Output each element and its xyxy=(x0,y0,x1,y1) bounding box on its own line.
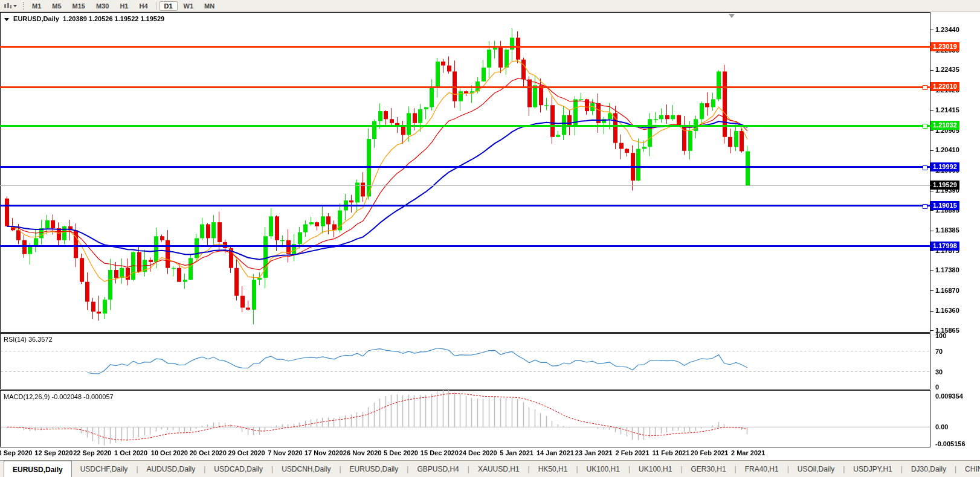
chart-title: EURUSD,Daily 1.20389 1.20526 1.19522 1.1… xyxy=(4,15,164,22)
collapse-caret-icon[interactable] xyxy=(4,18,9,21)
hline-price-label: 1.17998 xyxy=(930,242,959,251)
tab-usdchf-daily[interactable]: USDCHF,Daily xyxy=(72,461,137,477)
price-axis-tick-label: 1.23440 xyxy=(935,26,959,33)
macd-indicator-label: MACD(12,26,9) -0.002048 -0.000057 xyxy=(4,393,114,400)
price-axis-tick xyxy=(930,110,933,111)
chart-shift-marker[interactable] xyxy=(729,14,735,18)
price-axis-tick xyxy=(930,30,933,30)
price-axis-tick xyxy=(930,271,933,271)
time-axis-label: 12 Sep 2020 xyxy=(34,449,73,456)
macd-axis-label: -0.005156 xyxy=(935,440,965,447)
time-axis-label: 2 Feb 2021 xyxy=(615,449,649,456)
price-axis-tick-label: 1.21415 xyxy=(935,106,959,114)
price-axis-tick-label: 1.18385 xyxy=(935,226,959,234)
horizontal-level-line[interactable] xyxy=(0,86,930,88)
tab-usdcad-daily[interactable]: USDCAD,Daily xyxy=(205,461,271,477)
tab-uk100-h1[interactable]: UK100,H1 xyxy=(630,461,680,477)
horizontal-level-line[interactable] xyxy=(0,166,930,168)
tab-eurusd-daily[interactable]: EURUSD,Daily xyxy=(341,461,407,477)
tab-hk50-h1[interactable]: HK50,H1 xyxy=(530,461,576,477)
price-axis-tick-label: 1.22435 xyxy=(935,66,959,73)
time-axis-label: 3 Sep 2020 xyxy=(0,449,32,456)
tab-uk100-h1[interactable]: UK100,H1 xyxy=(578,461,628,477)
hline-handle[interactable] xyxy=(923,124,927,129)
rsi-axis-label: 100 xyxy=(935,332,946,339)
chart-symbol-label: EURUSD,Daily xyxy=(13,15,59,22)
tab-eurusd-daily[interactable]: EURUSD,Daily xyxy=(4,461,72,477)
hline-handle[interactable] xyxy=(923,204,927,209)
macd-axis-label: 0.009354 xyxy=(935,392,963,400)
tab-china300-h1[interactable]: CHINA300,H1 xyxy=(956,461,980,477)
chart-canvas[interactable] xyxy=(0,0,980,477)
time-axis-label: 5 Dec 2020 xyxy=(384,449,418,456)
tab-dj30-daily[interactable]: DJ30,Daily xyxy=(903,461,955,477)
tab-audusd-daily[interactable]: AUDUSD,Daily xyxy=(138,461,204,477)
hline-handle[interactable] xyxy=(923,85,927,90)
price-axis-tick xyxy=(930,210,933,211)
tab-usdjpy-h1[interactable]: USDJPY,H1 xyxy=(845,461,900,477)
horizontal-level-line[interactable] xyxy=(0,46,930,48)
price-axis-tick xyxy=(930,290,933,291)
price-axis-tick xyxy=(930,311,933,312)
time-axis-label: 10 Oct 2020 xyxy=(151,449,188,456)
rsi-indicator-label: RSI(14) 36.3572 xyxy=(4,336,53,343)
time-axis-label: 29 Oct 2020 xyxy=(228,449,265,456)
price-axis-tick-label: 1.16870 xyxy=(935,287,959,294)
time-axis-label: 26 Nov 2020 xyxy=(343,449,382,456)
time-axis-label: 5 Jan 2021 xyxy=(500,449,534,456)
price-axis-tick xyxy=(930,191,933,191)
tab-ger30-h1[interactable]: GER30,H1 xyxy=(683,461,735,477)
price-axis-tick-label: 1.17380 xyxy=(935,266,959,274)
time-axis-label: 1 Oct 2020 xyxy=(114,449,147,456)
tab-xauusd-h1[interactable]: XAUUSD,H1 xyxy=(469,461,528,477)
tab-gbpusd-h4[interactable]: GBPUSD,H4 xyxy=(408,461,467,477)
chart-ohlc-values: 1.20389 1.20526 1.19522 1.19529 xyxy=(63,15,164,22)
current-price-line xyxy=(0,185,930,186)
tab-fra40-h1[interactable]: FRA40,H1 xyxy=(737,461,787,477)
price-axis-tick xyxy=(930,150,933,151)
tab-usoil-daily[interactable]: USOil,Daily xyxy=(789,461,843,477)
time-axis-label: 17 Nov 2020 xyxy=(305,449,343,456)
time-axis-label: 20 Oct 2020 xyxy=(190,449,227,456)
current-price-label: 1.19529 xyxy=(930,181,959,190)
hline-handle[interactable] xyxy=(923,165,927,170)
tab-usdcnh-daily[interactable]: USDCNH,Daily xyxy=(273,461,339,477)
rsi-axis-label: 0 xyxy=(935,383,939,391)
price-axis-tick xyxy=(930,70,933,71)
horizontal-level-line[interactable] xyxy=(0,205,930,206)
time-axis-label: 11 Feb 2021 xyxy=(653,449,690,456)
rsi-axis-label: 30 xyxy=(935,368,943,376)
time-axis-label: 23 Jan 2021 xyxy=(575,449,613,456)
hline-price-label: 1.23019 xyxy=(930,42,959,51)
price-axis-tick-label: 1.16360 xyxy=(935,307,959,314)
chart-tab-bar: EURUSD,DailyUSDCHF,Daily|AUDUSD,Daily|US… xyxy=(0,460,980,477)
price-axis-tick xyxy=(930,231,933,231)
time-axis-label: 24 Dec 2020 xyxy=(459,449,497,456)
price-axis-tick xyxy=(930,130,933,131)
horizontal-level-line[interactable] xyxy=(0,245,930,247)
time-axis-label: 14 Jan 2021 xyxy=(537,449,574,456)
time-axis-label: 20 Feb 2021 xyxy=(691,449,728,456)
hline-price-label: 1.19992 xyxy=(930,162,959,171)
hline-price-label: 1.19015 xyxy=(930,201,959,210)
time-axis-label: 15 Dec 2020 xyxy=(421,449,459,456)
macd-axis-label: 0.00 xyxy=(935,423,948,431)
time-axis-label: 22 Sep 2020 xyxy=(73,449,111,456)
time-axis-label: 7 Nov 2020 xyxy=(268,449,302,456)
price-axis-tick-label: 1.20410 xyxy=(935,146,959,153)
price-axis-tick xyxy=(930,330,933,331)
price-axis-tick xyxy=(930,251,933,251)
horizontal-level-line[interactable] xyxy=(0,125,930,127)
hline-price-label: 1.21032 xyxy=(930,121,959,130)
time-axis-label: 2 Mar 2021 xyxy=(731,449,765,456)
hline-price-label: 1.22010 xyxy=(930,82,959,91)
rsi-axis-label: 70 xyxy=(935,348,943,355)
